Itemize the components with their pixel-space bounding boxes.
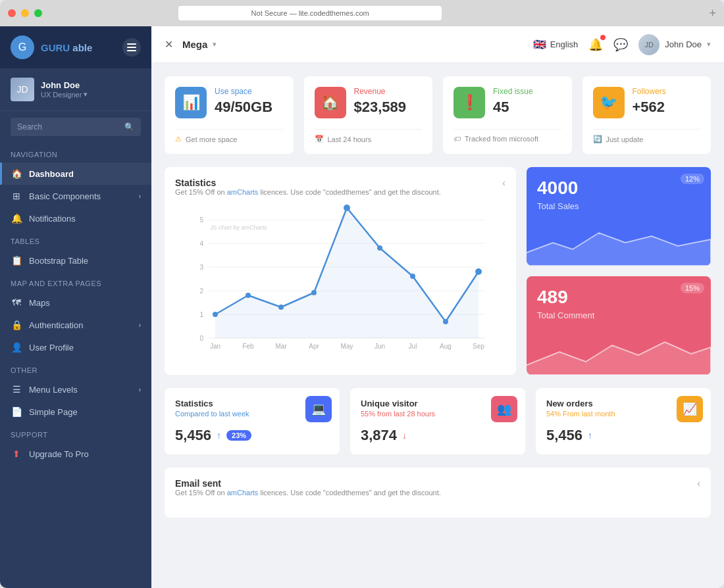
browser-minimize-btn[interactable] <box>21 9 29 17</box>
chevron-icon: › <box>139 193 141 200</box>
followers-label: Followers <box>633 87 701 96</box>
statistics-chart: 0 1 2 3 4 5 JS chart by amCharts <box>175 207 505 351</box>
followers-footer: 🔄 Just update <box>593 129 701 143</box>
use-space-label: Use space <box>215 87 283 96</box>
nav-section-title: Navigation <box>0 143 151 162</box>
sidebar: G GURU able JD John Doe UX Designer ▾ <box>0 26 151 588</box>
sidebar-item-user-profile[interactable]: 👤 User Profile <box>0 336 151 358</box>
sidebar-other-nav: ☰ Menu Levels › 📄 Simple Page <box>0 378 151 423</box>
mini-stat-orders-value: 5,456 ↑ <box>546 427 700 444</box>
charts-row: Statistics Get 15% Off on amCharts licen… <box>165 167 711 375</box>
total-comment-card: 15% 489 Total Comment <box>527 276 711 375</box>
comment-badge: 15% <box>681 283 704 293</box>
sidebar-item-notifications[interactable]: 🔔 Notifications <box>0 207 151 230</box>
tag-icon: 🏷 <box>453 135 461 143</box>
role-chevron-icon: ▾ <box>84 90 88 99</box>
mini-stat-visitor-icon: 👥 <box>491 396 517 422</box>
new-tab-button[interactable]: + <box>709 7 716 20</box>
svg-text:4: 4 <box>199 240 203 247</box>
messages-button[interactable]: 💬 <box>613 37 628 52</box>
svg-rect-0 <box>127 43 136 45</box>
browser-url-bar[interactable]: Not Secure — lite.codedthemes.com <box>178 6 442 20</box>
svg-text:Feb: Feb <box>242 343 254 350</box>
menu-icon: ☰ <box>11 383 22 395</box>
topbar-title[interactable]: Mega <box>182 39 207 50</box>
svg-point-19 <box>278 305 284 310</box>
svg-point-24 <box>443 319 448 324</box>
sidebar-menu-toggle[interactable] <box>122 38 141 57</box>
messages-icon: 💬 <box>613 38 628 51</box>
sidebar-item-authentication[interactable]: 🔒 Authentication › <box>0 314 151 336</box>
svg-point-25 <box>475 268 482 275</box>
sidebar-tables-nav: 📋 Bootstrap Table <box>0 249 151 272</box>
mini-stat-orders-icon: 📈 <box>677 396 703 422</box>
chevron-icon: › <box>139 386 141 393</box>
topbar-right: 🇬🇧 English 🔔 💬 JD John Doe <box>533 34 711 55</box>
svg-text:Jan: Jan <box>210 343 220 350</box>
stat-card-followers: 🐦 Followers +562 🔄 Just update <box>582 76 711 154</box>
table-icon: 📋 <box>11 255 22 266</box>
sidebar-item-bootstrap-table[interactable]: 📋 Bootstrap Table <box>0 249 151 272</box>
amcharts-link[interactable]: amCharts <box>227 188 259 196</box>
svg-text:2: 2 <box>199 287 203 295</box>
chart-collapse-button[interactable]: ‹ <box>502 178 505 188</box>
stats-row: 📊 Use space 49/50GB ⚠ Get more space <box>165 76 711 154</box>
topbar-menu-icon[interactable]: ✕ <box>165 38 173 51</box>
main-content: ✕ Mega ▾ 🇬🇧 English 🔔 💬 <box>151 26 724 588</box>
svg-text:Aug: Aug <box>440 343 452 350</box>
svg-text:1: 1 <box>199 311 203 318</box>
svg-text:Mar: Mar <box>275 343 287 350</box>
bottom-stats-row: 💻 Statistics Compared to last week 5,456… <box>165 388 711 454</box>
mini-stat-visitor-value: 3,874 ↓ <box>361 427 515 444</box>
chart-subtitle: Get 15% Off on amCharts licences. Use co… <box>175 188 441 196</box>
search-input[interactable] <box>17 122 120 132</box>
notification-badge <box>600 35 606 40</box>
sales-value: 4000 <box>537 178 700 199</box>
sidebar-item-menu-levels[interactable]: ☰ Menu Levels › <box>0 378 151 401</box>
search-icon: 🔍 <box>124 122 134 132</box>
email-card-collapse-button[interactable]: ‹ <box>697 478 700 489</box>
fixed-issue-label: Fixed issue <box>493 87 561 96</box>
stat-card-use-space: 📊 Use space 49/50GB ⚠ Get more space <box>165 76 294 154</box>
language-selector[interactable]: 🇬🇧 English <box>533 38 579 51</box>
revenue-icon: 🏠 <box>315 87 346 118</box>
use-space-value: 49/50GB <box>215 99 283 116</box>
mini-stat-unique-visitor: 👥 Unique visitor 55% from last 28 hours … <box>350 388 525 454</box>
sidebar-item-simple-page[interactable]: 📄 Simple Page <box>0 401 151 423</box>
mini-stat-statistics-icon: 💻 <box>305 396 332 422</box>
stat-card-fixed-issue: ❗ Fixed issue 45 🏷 Tracked from microsof… <box>443 76 572 154</box>
upgrade-icon: ⬆ <box>11 448 22 460</box>
bell-icon: 🔔 <box>588 38 603 51</box>
warning-icon: ⚠ <box>175 135 182 143</box>
sales-label: Total Sales <box>537 201 700 211</box>
browser-toolbar: Not Secure — lite.codedthemes.com + <box>0 0 724 26</box>
topbar-user[interactable]: JD John Doe ▾ <box>638 34 711 55</box>
sidebar-support-nav: ⬆ Upgrade To Pro <box>0 443 151 465</box>
email-amcharts-link[interactable]: amCharts <box>227 489 259 497</box>
chart-title: Statistics <box>175 178 441 188</box>
mini-stat-new-orders: 📈 New orders 54% From last month 5,456 ↑ <box>536 388 711 454</box>
sidebar-item-basic-components[interactable]: ⊞ Basic Components › <box>0 185 151 207</box>
browser-maximize-btn[interactable] <box>34 9 42 17</box>
logo-icon: G <box>11 36 34 59</box>
user-role[interactable]: UX Designer ▾ <box>41 90 88 99</box>
mini-stat-statistics-value: 5,456 ↑ 23% <box>175 427 329 444</box>
arrow-down-icon: ↓ <box>402 430 407 441</box>
browser-close-btn[interactable] <box>8 9 16 17</box>
notifications-bell-button[interactable]: 🔔 <box>588 37 603 52</box>
topbar-username: John Doe <box>665 39 702 49</box>
svg-point-21 <box>344 205 350 211</box>
calendar-icon: 📅 <box>315 135 324 143</box>
email-card-title: Email sent <box>175 478 441 489</box>
sidebar-item-maps[interactable]: 🗺 Maps <box>0 291 151 314</box>
svg-point-17 <box>213 312 218 317</box>
comment-value: 489 <box>537 287 700 308</box>
topbar-avatar: JD <box>638 34 659 55</box>
revenue-label: Revenue <box>354 87 423 96</box>
other-section-title: Other <box>0 358 151 378</box>
sidebar-item-dashboard[interactable]: 🏠 Dashboard <box>0 162 151 185</box>
followers-value: +562 <box>633 99 701 116</box>
sidebar-item-upgrade[interactable]: ⬆ Upgrade To Pro <box>0 443 151 465</box>
page-icon: 📄 <box>11 406 22 418</box>
followers-icon: 🐦 <box>593 87 625 118</box>
